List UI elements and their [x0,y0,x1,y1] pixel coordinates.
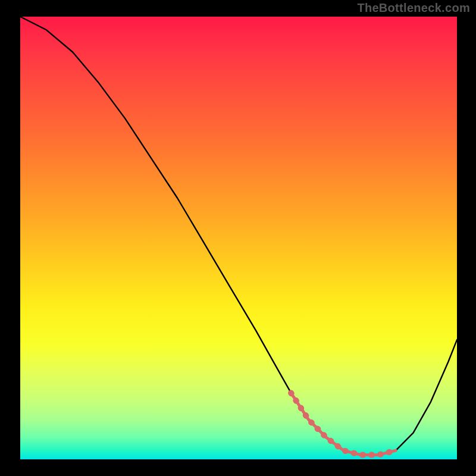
highlight-path [291,393,396,455]
bottleneck-curve [20,17,457,459]
curve-path [20,17,457,455]
chart-frame: TheBottleneck.com [0,0,476,476]
plot-area [20,17,457,459]
highlight-path-under [291,393,396,455]
watermark-text: TheBottleneck.com [357,1,470,15]
